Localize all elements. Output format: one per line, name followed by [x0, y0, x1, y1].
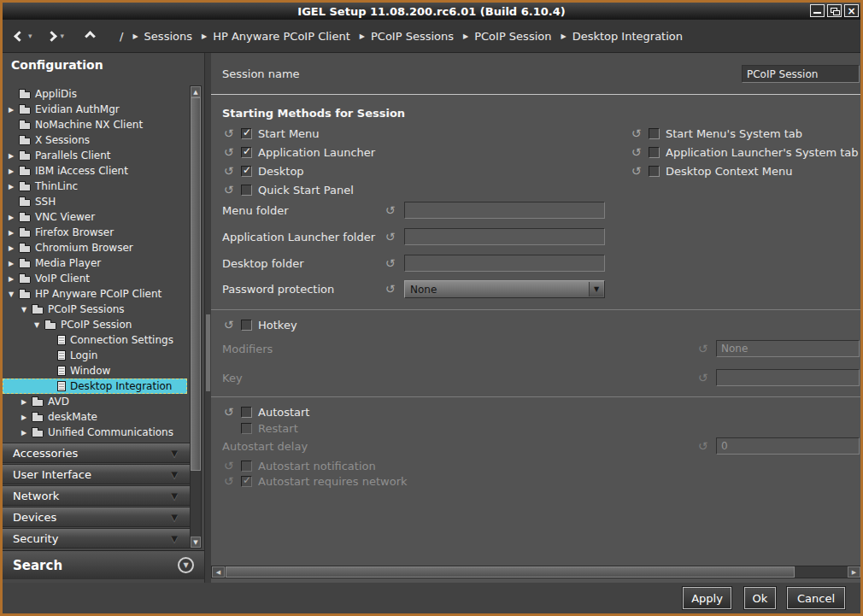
scroll-up-icon[interactable]: ▲ — [191, 86, 201, 97]
reset-icon[interactable] — [222, 183, 235, 197]
reset-icon[interactable] — [630, 126, 643, 140]
reset-icon[interactable] — [222, 164, 235, 178]
reset-icon[interactable] — [696, 342, 709, 355]
tree-item-ibm-iaccess-client[interactable]: IBM iAccess Client — [3, 163, 187, 179]
application-launcher-system-tab-checkbox[interactable] — [649, 147, 660, 158]
tree-item-chromium-browser[interactable]: Chromium Browser — [3, 240, 187, 255]
section-network[interactable]: Network▼ — [3, 485, 191, 506]
scroll-down-icon[interactable]: ▼ — [191, 537, 201, 548]
breadcrumb-desktop-integration[interactable]: Desktop Integration — [572, 30, 683, 43]
tree-item-hp-anyware-pcoip-client[interactable]: HP Anyware PCoIP Client — [3, 286, 187, 302]
tree-item-voip-client[interactable]: VoIP Client — [3, 271, 187, 286]
reset-icon[interactable] — [696, 371, 709, 384]
tree-item-x-sessions[interactable]: X Sessions — [3, 132, 187, 148]
desktop-context-menu-checkbox[interactable] — [649, 166, 660, 177]
reset-icon[interactable] — [222, 318, 235, 331]
tree-item-avd[interactable]: AVD — [3, 394, 187, 409]
reset-icon[interactable] — [696, 439, 709, 453]
start-menu-system-tab-checkbox[interactable] — [649, 128, 660, 139]
section-devices[interactable]: Devices▼ — [3, 507, 191, 527]
expander-icon[interactable] — [21, 398, 32, 406]
tree-item-pcoip-sessions[interactable]: PCoIP Sessions — [3, 302, 187, 317]
tree-item-login[interactable]: Login — [3, 348, 187, 363]
expander-icon[interactable] — [8, 167, 19, 175]
application-launcher-checkbox[interactable] — [241, 147, 252, 158]
start-menu-checkbox[interactable] — [241, 128, 252, 139]
tree-item-deskmate[interactable]: deskMate — [3, 409, 187, 425]
search-section[interactable]: Search ▼ — [3, 550, 204, 579]
breadcrumb-pcoip-session[interactable]: PCoIP Session — [474, 30, 551, 43]
expander-icon[interactable] — [21, 414, 32, 421]
autostart-checkbox[interactable] — [241, 407, 252, 418]
tree-item-evidian-authmgr[interactable]: Evidian AuthMgr — [3, 102, 187, 117]
scroll-left-icon[interactable]: ◀ — [212, 566, 225, 578]
maximize-button[interactable] — [827, 4, 842, 17]
reset-icon[interactable] — [630, 145, 643, 159]
reset-icon[interactable] — [222, 474, 235, 488]
main-horizontal-scrollbar[interactable]: ◀ ▶ — [211, 566, 861, 578]
up-icon[interactable] — [85, 31, 96, 42]
back-history-arrow-icon[interactable]: ▾ — [28, 32, 32, 40]
reset-icon[interactable] — [222, 126, 235, 140]
main-scrollbar-thumb[interactable] — [206, 314, 210, 391]
expander-icon[interactable] — [33, 321, 44, 329]
tree-item-pcoip-session[interactable]: PCoIP Session — [3, 317, 187, 332]
reset-icon[interactable] — [384, 282, 396, 296]
tree-item-ssh[interactable]: SSH — [3, 194, 187, 209]
reset-icon[interactable] — [222, 459, 235, 472]
main-vertical-scrollbar[interactable] — [205, 53, 211, 583]
ok-button[interactable]: Ok — [744, 587, 776, 609]
reset-icon[interactable] — [222, 405, 235, 419]
breadcrumb-sessions[interactable]: Sessions — [144, 30, 192, 43]
expander-icon[interactable] — [8, 183, 19, 191]
tree-item-connection-settings[interactable]: Connection Settings — [3, 332, 187, 348]
quick-start-panel-checkbox[interactable] — [241, 185, 252, 196]
breadcrumb-pcoip-sessions[interactable]: PCoIP Sessions — [371, 30, 454, 43]
hotkey-checkbox[interactable] — [241, 320, 252, 331]
cancel-button[interactable]: Cancel — [787, 587, 845, 609]
expander-icon[interactable] — [8, 106, 19, 114]
sidebar-scrollbar[interactable]: ▲ ▼ — [190, 85, 202, 549]
section-security[interactable]: Security▼ — [3, 528, 191, 549]
desktop-folder-input[interactable] — [404, 255, 605, 272]
forward-icon[interactable] — [46, 31, 57, 42]
expander-icon[interactable] — [21, 306, 32, 314]
minimize-button[interactable] — [810, 4, 825, 17]
close-button[interactable]: × — [844, 4, 859, 17]
expander-icon[interactable] — [8, 229, 19, 237]
tree-item-nomachine-nx-client[interactable]: NoMachine NX Client — [3, 117, 187, 132]
chevron-down-icon[interactable]: ▼ — [589, 282, 603, 296]
tree-item-media-player[interactable]: Media Player — [3, 255, 187, 271]
expander-icon[interactable] — [8, 260, 19, 267]
back-icon[interactable] — [14, 31, 25, 42]
expander-icon[interactable] — [21, 429, 32, 437]
tree-item-desktop-integration[interactable]: Desktop Integration — [3, 378, 187, 394]
tree-item-window[interactable]: Window — [3, 363, 187, 378]
expander-icon[interactable] — [8, 290, 19, 298]
reset-icon[interactable] — [384, 256, 396, 270]
breadcrumb-hp-anyware-pcoip-client[interactable]: HP Anyware PCoIP Client — [213, 30, 350, 43]
reset-icon[interactable] — [222, 145, 235, 159]
tree-item-unified-communications[interactable]: Unified Communications — [3, 425, 187, 440]
expander-icon[interactable] — [8, 275, 19, 283]
expander-icon[interactable] — [8, 244, 19, 252]
horizontal-scrollbar-thumb[interactable] — [226, 566, 795, 578]
expander-icon[interactable] — [8, 214, 19, 221]
section-user-interface[interactable]: User Interface▼ — [3, 464, 191, 484]
session-name-input[interactable] — [742, 65, 860, 83]
tree-item-parallels-client[interactable]: Parallels Client — [3, 148, 187, 163]
tree-item-thinlinc[interactable]: ThinLinc — [3, 179, 187, 194]
reset-icon[interactable] — [384, 203, 396, 217]
section-accessories[interactable]: Accessories▼ — [3, 443, 191, 463]
search-expand-icon[interactable]: ▼ — [178, 557, 194, 573]
tree-item-applidis[interactable]: AppliDis — [3, 86, 187, 102]
reset-icon[interactable] — [384, 230, 396, 243]
application-launcher-folder-input[interactable] — [404, 228, 605, 245]
desktop-checkbox[interactable] — [241, 166, 252, 177]
password-protection-select[interactable]: None ▼ — [404, 280, 605, 298]
sidebar-scrollbar-thumb[interactable] — [191, 97, 201, 471]
tree-item-vnc-viewer[interactable]: VNC Viewer — [3, 209, 187, 225]
menu-folder-input[interactable] — [404, 202, 605, 219]
tree-item-firefox-browser[interactable]: Firefox Browser — [3, 225, 187, 240]
apply-button[interactable]: Apply — [683, 587, 731, 609]
